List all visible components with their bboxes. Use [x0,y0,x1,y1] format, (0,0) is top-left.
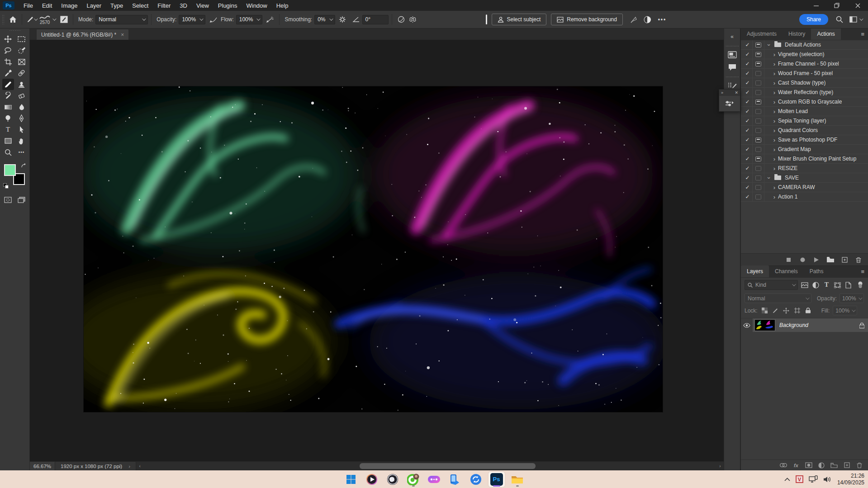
action-include-checkbox[interactable]: ✓ [743,116,753,125]
blur-tool[interactable] [16,101,28,113]
smoothing-options-gear-icon[interactable] [337,13,348,26]
new-adjustment-layer-icon[interactable] [817,461,825,469]
default-colors-icon[interactable] [3,183,9,189]
chevron-right-icon[interactable]: › [771,118,778,124]
new-group-icon[interactable] [830,461,838,469]
chevron-right-icon[interactable]: › [771,156,778,162]
action-include-checkbox[interactable]: ✓ [743,173,753,182]
eraser-tool[interactable] [16,90,28,101]
action-dialog-toggle[interactable] [753,50,764,59]
action-dialog-toggle[interactable] [753,88,764,97]
menu-layer[interactable]: Layer [82,0,106,11]
chevron-right-icon[interactable]: › [771,165,778,172]
menu-view[interactable]: View [192,0,213,11]
action-dialog-toggle[interactable] [753,78,764,87]
chevron-right-icon[interactable]: › [771,99,778,105]
close-tab-icon[interactable]: × [121,32,124,38]
stop-playing-icon[interactable] [783,255,793,264]
toggle-brush-settings-icon[interactable] [58,13,70,26]
blend-mode-select[interactable]: Normal [745,294,811,303]
delete-action-icon[interactable] [854,255,863,264]
rectangular-marquee-tool[interactable] [16,33,28,45]
phone-link-icon[interactable] [447,472,463,487]
horizontal-scrollbar[interactable]: ‹ › [136,462,724,470]
volume-tray-icon[interactable] [823,476,832,483]
type-tool[interactable]: T [2,124,14,135]
action-include-checkbox[interactable]: ✓ [743,192,753,201]
action-row[interactable]: ✓ › Wood Frame - 50 pixel [741,69,868,78]
search-icon[interactable] [834,13,845,26]
history-brush-tool[interactable] [2,90,14,101]
action-include-checkbox[interactable]: ✓ [743,145,753,154]
pen-tool[interactable] [16,113,28,124]
expand-flyout-icon[interactable]: » [721,90,723,95]
tray-chevron-icon[interactable] [784,478,790,481]
tab-channels[interactable]: Channels [769,265,804,277]
obs-studio-icon[interactable] [384,472,401,487]
chevron-right-icon[interactable]: › [771,61,778,67]
opacity-field[interactable]: 100% [179,15,205,24]
scroll-left-icon[interactable]: ‹ [136,464,143,469]
menu-3d[interactable]: 3D [175,0,192,11]
chevron-right-icon[interactable]: › [771,51,778,58]
action-include-checkbox[interactable]: ✓ [743,88,753,97]
action-row[interactable]: ✓ › Cast Shadow (type) [741,78,868,88]
filter-type-layers-icon[interactable]: T [822,281,830,289]
start-button[interactable] [343,472,359,487]
menu-plugins[interactable]: Plugins [213,0,242,11]
screen-mode-button[interactable] [16,194,28,205]
chevron-right-icon[interactable]: › [771,146,778,153]
brush-tool-preset-icon[interactable] [25,13,38,26]
size-pressure-icon[interactable] [395,13,407,26]
link-layers-icon[interactable] [779,461,787,469]
action-dialog-toggle[interactable] [753,116,764,125]
collapse-panels-icon[interactable]: « [726,31,739,43]
layer-fill-field[interactable]: 100% [833,306,857,315]
minimize-button[interactable] [806,0,826,11]
menu-type[interactable]: Type [106,0,128,11]
mode-select[interactable]: Normal [95,15,148,24]
frame-tool[interactable] [16,56,28,67]
action-row[interactable]: ✓ › Molten Lead [741,107,868,116]
scroll-right-icon[interactable]: › [716,464,724,469]
new-action-icon[interactable] [840,255,849,264]
sync-app-icon[interactable] [468,472,484,487]
tab-actions[interactable]: Actions [811,28,840,40]
lasso-tool[interactable] [2,45,14,56]
zoom-tool[interactable] [2,147,14,158]
brush-tool[interactable] [2,79,14,90]
menu-edit[interactable]: Edit [38,0,57,11]
chevron-right-icon[interactable]: › [771,70,778,77]
close-flyout-icon[interactable]: ✕ [735,90,738,95]
layer-visibility-toggle[interactable] [741,323,753,328]
brush-preset-picker[interactable]: 2570 [39,14,51,25]
lock-artboard-icon[interactable] [793,307,801,314]
chevron-right-icon[interactable]: › [771,89,778,96]
select-subject-button[interactable]: Select subject [492,14,547,25]
action-dialog-toggle[interactable] [753,126,764,135]
filter-adjustment-layers-icon[interactable] [811,281,820,289]
menu-file[interactable]: File [19,0,38,11]
menu-image[interactable]: Image [57,0,82,11]
display-tray-icon[interactable] [809,475,818,483]
begin-recording-icon[interactable] [797,255,807,264]
opacity-pressure-icon[interactable] [207,13,219,26]
status-popup-chevron-icon[interactable]: › [128,464,130,469]
action-dialog-toggle[interactable] [753,40,764,49]
chevron-right-icon[interactable]: › [771,127,778,134]
chevron-expand-icon[interactable]: › [766,174,773,181]
chevron-expand-icon[interactable]: › [766,41,773,48]
action-row[interactable]: ✓ › Frame Channel - 50 pixel [741,59,868,69]
layer-filter-toggle[interactable] [856,281,864,289]
delete-layer-icon[interactable] [855,461,863,469]
options-bar-grip[interactable] [2,14,4,24]
action-dialog-toggle[interactable] [753,173,764,182]
action-row[interactable]: ✓ › Custom RGB to Grayscale [741,97,868,107]
rectangle-tool[interactable] [2,135,14,147]
crop-tool[interactable] [2,56,14,67]
action-include-checkbox[interactable]: ✓ [743,164,753,173]
airbrush-icon[interactable] [264,13,276,26]
action-row[interactable]: ✓ › Mixer Brush Cloning Paint Setup [741,154,868,164]
action-row[interactable]: ✓ › Water Reflection (type) [741,88,868,97]
action-dialog-toggle[interactable] [753,183,764,192]
